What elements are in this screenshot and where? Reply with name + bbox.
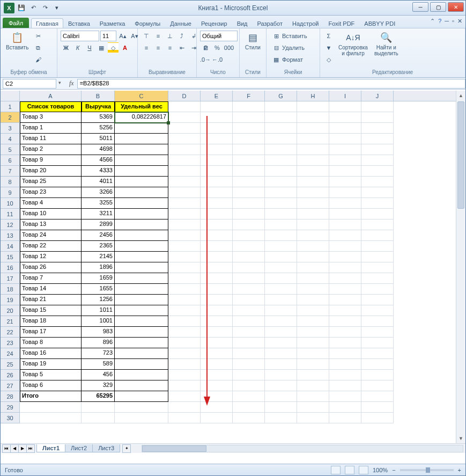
cell-J25[interactable] xyxy=(361,359,394,370)
cell-H7[interactable] xyxy=(297,166,329,177)
cell-E6[interactable] xyxy=(201,155,233,166)
cell-G15[interactable] xyxy=(265,252,297,262)
cell-I26[interactable] xyxy=(329,370,361,380)
cell-C3[interactable] xyxy=(115,123,168,134)
doc-close-icon[interactable]: ✕ xyxy=(457,18,462,25)
cell-G16[interactable] xyxy=(265,262,297,273)
cell-I19[interactable] xyxy=(329,295,361,305)
cell-H2[interactable] xyxy=(297,112,329,123)
cell-B22[interactable]: 983 xyxy=(82,327,115,338)
cell-A5[interactable]: Товар 2 xyxy=(20,144,82,155)
cell-F25[interactable] xyxy=(233,359,265,370)
cell-J30[interactable] xyxy=(361,413,394,423)
cell-G9[interactable] xyxy=(265,187,297,198)
horizontal-scrollbar[interactable] xyxy=(142,445,463,452)
cell-G25[interactable] xyxy=(265,359,297,370)
cell-I2[interactable] xyxy=(329,112,361,123)
select-all-button[interactable] xyxy=(1,91,20,101)
col-header-I[interactable]: I xyxy=(329,91,361,101)
cell-D1[interactable] xyxy=(168,101,201,112)
row-header-26[interactable]: 26 xyxy=(1,370,19,380)
cell-G2[interactable] xyxy=(265,112,297,123)
row-header-11[interactable]: 11 xyxy=(1,209,19,219)
styles-button[interactable]: ▤ Стили xyxy=(243,31,263,52)
row-header-3[interactable]: 3 xyxy=(1,123,19,134)
cell-E25[interactable] xyxy=(201,359,233,370)
tab-home[interactable]: Главная xyxy=(31,18,63,28)
cell-B7[interactable]: 4333 xyxy=(82,166,115,177)
cell-H25[interactable] xyxy=(297,359,329,370)
qat-customize-icon[interactable]: ▾ xyxy=(52,3,62,13)
row-header-12[interactable]: 12 xyxy=(1,219,19,230)
cell-J2[interactable] xyxy=(361,112,394,123)
format-painter-icon[interactable]: 🖌 xyxy=(33,54,43,65)
cell-H21[interactable] xyxy=(297,316,329,327)
cell-J17[interactable] xyxy=(361,273,394,284)
cell-B24[interactable]: 723 xyxy=(82,348,115,359)
sheet-nav-prev-icon[interactable]: ◀ xyxy=(10,444,19,453)
cell-D9[interactable] xyxy=(168,187,201,198)
cell-I1[interactable] xyxy=(329,101,361,112)
cell-B25[interactable]: 589 xyxy=(82,359,115,370)
cell-E9[interactable] xyxy=(201,187,233,198)
fx-icon[interactable]: fx xyxy=(66,79,77,87)
cell-E30[interactable] xyxy=(201,413,233,423)
copy-icon[interactable]: ⧉ xyxy=(33,42,43,53)
cell-C27[interactable] xyxy=(115,380,168,391)
cell-J8[interactable] xyxy=(361,177,394,187)
cell-H18[interactable] xyxy=(297,284,329,295)
cell-D3[interactable] xyxy=(168,123,201,134)
col-header-G[interactable]: G xyxy=(265,91,297,101)
cell-J5[interactable] xyxy=(361,144,394,155)
grow-font-icon[interactable]: A▴ xyxy=(117,31,128,41)
cell-E14[interactable] xyxy=(201,241,233,252)
cell-C17[interactable] xyxy=(115,273,168,284)
cell-B11[interactable]: 3211 xyxy=(82,209,115,219)
cell-A2[interactable]: Товар 3 xyxy=(20,112,82,123)
scroll-up-icon[interactable]: ▲ xyxy=(456,91,465,100)
cell-I9[interactable] xyxy=(329,187,361,198)
cell-C7[interactable] xyxy=(115,166,168,177)
cell-J12[interactable] xyxy=(361,219,394,230)
clear-icon[interactable]: ◇ xyxy=(323,54,334,65)
orientation-icon[interactable]: ⤴ xyxy=(176,31,187,41)
find-select-button[interactable]: 🔍 Найти и выделить xyxy=(372,31,401,57)
maximize-button[interactable]: ▢ xyxy=(430,2,446,12)
decrease-indent-icon[interactable]: ⇤ xyxy=(176,42,187,53)
borders-icon[interactable]: ▦ xyxy=(96,42,107,53)
row-header-25[interactable]: 25 xyxy=(1,359,19,370)
cell-H9[interactable] xyxy=(297,187,329,198)
fill-handle[interactable] xyxy=(167,121,170,125)
cell-H29[interactable] xyxy=(297,402,329,413)
cell-G7[interactable] xyxy=(265,166,297,177)
cell-J15[interactable] xyxy=(361,252,394,262)
tab-abbyy[interactable]: ABBYY PDI xyxy=(359,18,400,28)
cell-H16[interactable] xyxy=(297,262,329,273)
cell-A24[interactable]: Товар 16 xyxy=(20,348,82,359)
cell-J19[interactable] xyxy=(361,295,394,305)
cell-C10[interactable] xyxy=(115,198,168,209)
zoom-slider[interactable] xyxy=(400,469,454,471)
cell-F30[interactable] xyxy=(233,413,265,423)
cell-I4[interactable] xyxy=(329,134,361,144)
new-sheet-icon[interactable]: ✦ xyxy=(122,444,131,453)
cell-C2[interactable]: 0,082226817 xyxy=(115,112,168,123)
cell-I18[interactable] xyxy=(329,284,361,295)
cell-F14[interactable] xyxy=(233,241,265,252)
cell-F22[interactable] xyxy=(233,327,265,338)
row-header-5[interactable]: 5 xyxy=(1,144,19,155)
zoom-in-icon[interactable]: + xyxy=(458,467,461,473)
cell-C28[interactable] xyxy=(115,391,168,402)
cell-G18[interactable] xyxy=(265,284,297,295)
cell-I30[interactable] xyxy=(329,413,361,423)
cell-H27[interactable] xyxy=(297,380,329,391)
cell-J24[interactable] xyxy=(361,348,394,359)
normal-view-icon[interactable] xyxy=(331,466,341,474)
col-header-E[interactable]: E xyxy=(201,91,233,101)
cell-J29[interactable] xyxy=(361,402,394,413)
row-header-6[interactable]: 6 xyxy=(1,155,19,166)
align-center-icon[interactable]: ≡ xyxy=(153,42,164,53)
col-header-H[interactable]: H xyxy=(297,91,329,101)
cell-F7[interactable] xyxy=(233,166,265,177)
cell-C22[interactable] xyxy=(115,327,168,338)
